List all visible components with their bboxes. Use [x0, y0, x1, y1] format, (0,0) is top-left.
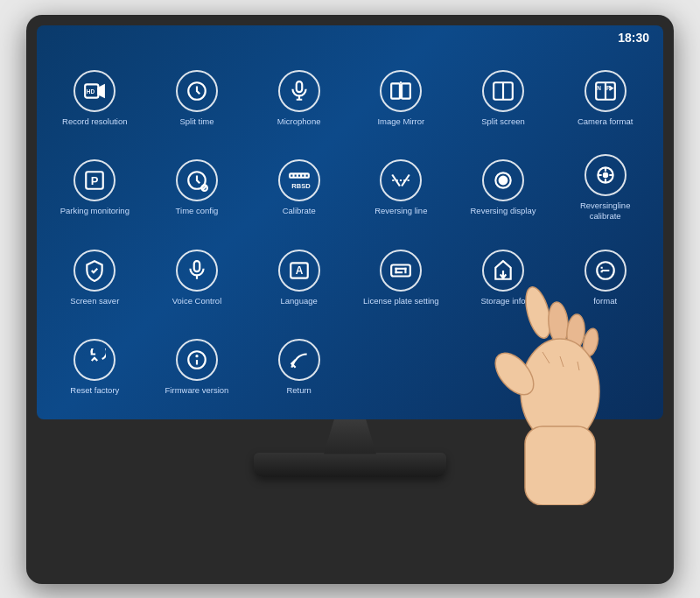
menu-item-record-resolution[interactable]: HD Record resolution: [44, 53, 146, 144]
menu-item-empty1: [350, 322, 452, 412]
menu-label-image-mirror: Image Mirror: [377, 116, 424, 126]
svg-rect-59: [525, 426, 595, 505]
menu-item-reversing-display[interactable]: Reversing display: [452, 143, 555, 233]
menu-label-camera-format: Camera format: [578, 116, 633, 126]
menu-label-license-plate: License plate setting: [363, 296, 439, 306]
info-icon: [176, 339, 218, 381]
reversing-display-icon: [482, 159, 524, 201]
license-plate-icon: [380, 250, 422, 292]
menu-label-screen-saver: Screen saver: [70, 296, 119, 306]
storage-icon: [482, 250, 524, 292]
svg-rect-42: [391, 264, 410, 276]
microphone-icon: [278, 70, 320, 112]
stand-neck: [324, 419, 376, 454]
menu-label-language: Language: [281, 296, 318, 306]
menu-item-split-time[interactable]: Split time: [146, 53, 248, 144]
menu-item-empty3: [554, 322, 656, 412]
menu-item-license-plate[interactable]: License plate setting: [350, 233, 452, 323]
menu-item-storage-info[interactable]: Storage info: [452, 233, 555, 323]
mirror-icon: [380, 70, 422, 112]
screen: 18:30 HD Record resolution Split time Mi…: [37, 25, 663, 419]
svg-marker-2: [99, 85, 105, 96]
menu-item-image-mirror[interactable]: Image Mirror: [350, 53, 452, 144]
clock: 18:30: [618, 31, 649, 45]
svg-point-30: [500, 177, 508, 185]
menu-label-parking-monitoring: Parking monitoring: [60, 206, 130, 215]
menu-label-reversing-line: Reversing line: [374, 206, 427, 215]
format-icon: [584, 250, 626, 292]
clock-icon: [176, 70, 218, 112]
menu-item-return[interactable]: Return: [248, 322, 350, 412]
svg-rect-7: [391, 83, 400, 98]
menu-item-camera-format[interactable]: NP Camera format: [554, 53, 656, 144]
menu-item-format[interactable]: format: [554, 233, 656, 323]
menu-label-microphone: Microphone: [277, 116, 321, 126]
time-config-icon: [176, 159, 218, 201]
menu-label-firmware-version: Firmware version: [165, 385, 229, 395]
parking-icon: P: [74, 159, 116, 201]
menu-item-empty2: [452, 322, 555, 412]
menu-item-calibrate[interactable]: RBSD Calibrate: [248, 143, 350, 233]
menu-item-reversingline-calibrate[interactable]: Reversingline calibrate: [554, 143, 656, 233]
reversing-line-icon: [380, 159, 422, 201]
svg-text:N: N: [597, 84, 601, 90]
menu-label-reset-factory: Reset factory: [70, 385, 119, 395]
menu-label-return: Return: [286, 385, 312, 395]
svg-rect-21: [290, 173, 309, 177]
hd-video-icon: HD: [74, 70, 116, 112]
menu-label-voice-control: Voice Control: [172, 296, 222, 306]
shield-icon: [74, 250, 116, 292]
svg-text:RBSD: RBSD: [291, 182, 311, 190]
calibrate-icon: RBSD: [278, 159, 320, 201]
crosshair-icon: [584, 154, 626, 196]
return-icon: [278, 339, 320, 381]
svg-rect-8: [402, 83, 410, 98]
camera-format-icon: NP: [584, 70, 626, 112]
menu-label-time-config: Time config: [176, 206, 219, 215]
menu-label-record-resolution: Record resolution: [62, 116, 127, 126]
svg-text:A: A: [295, 264, 303, 277]
svg-text:P: P: [91, 174, 99, 187]
svg-rect-38: [194, 261, 200, 271]
menu-item-reversing-line[interactable]: Reversing line: [350, 143, 452, 233]
menu-label-reversing-display: Reversing display: [471, 206, 536, 215]
reset-icon: [74, 339, 116, 381]
menu-label-split-screen: Split screen: [481, 116, 525, 126]
svg-rect-4: [296, 81, 302, 92]
menu-label-format: format: [593, 296, 617, 306]
svg-point-37: [603, 173, 606, 177]
stand-base: [254, 453, 446, 477]
menu-label-reversingline-calibrate: Reversingline calibrate: [566, 201, 645, 221]
menu-item-parking-monitoring[interactable]: P Parking monitoring: [44, 143, 146, 233]
menu-item-microphone[interactable]: Microphone: [248, 53, 350, 144]
monitor: 18:30 HD Record resolution Split time Mi…: [26, 15, 674, 584]
voice-icon: [176, 250, 218, 292]
svg-text:HD: HD: [87, 88, 95, 95]
menu-item-split-screen[interactable]: Split screen: [452, 53, 555, 144]
screen-header: 18:30: [37, 25, 663, 50]
menu-label-calibrate: Calibrate: [283, 206, 316, 215]
menu-grid: HD Record resolution Split time Micropho…: [37, 50, 663, 419]
menu-item-reset-factory[interactable]: Reset factory: [44, 322, 146, 412]
menu-item-firmware-version[interactable]: Firmware version: [146, 322, 248, 412]
menu-item-time-config[interactable]: Time config: [146, 143, 248, 233]
menu-label-storage-info: Storage info: [480, 296, 525, 306]
language-icon: A: [278, 250, 320, 292]
menu-item-language[interactable]: A Language: [248, 233, 350, 323]
menu-item-voice-control[interactable]: Voice Control: [146, 233, 248, 323]
split-screen-icon: [482, 70, 524, 112]
menu-item-screen-saver[interactable]: Screen saver: [44, 233, 146, 323]
menu-label-split-time: Split time: [179, 116, 214, 126]
